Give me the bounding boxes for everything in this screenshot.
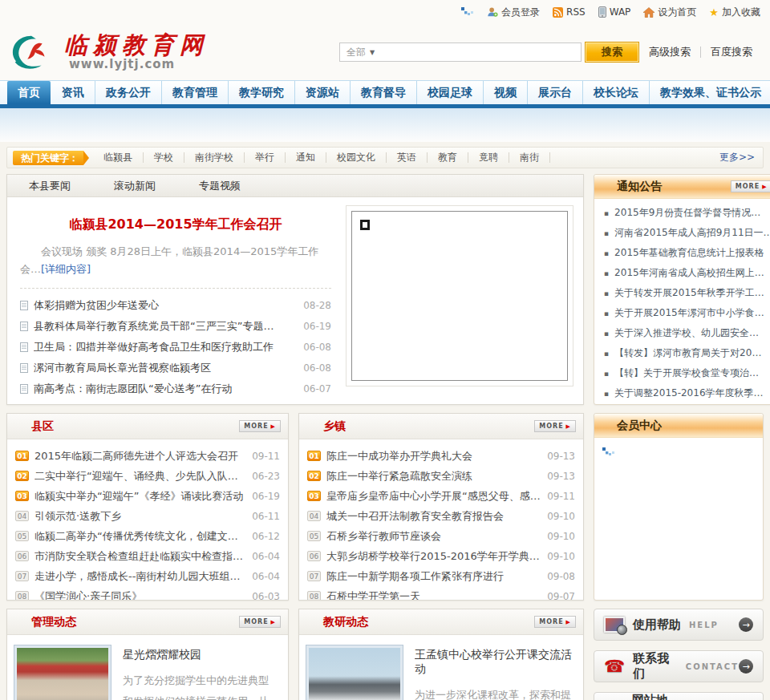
nav-item-principal-forum[interactable]: 校长论坛 [583,81,650,104]
wap-icon [598,6,606,18]
research-photo[interactable] [306,645,403,700]
nav-item-teaching-research[interactable]: 教学研究 [229,81,295,104]
notice-link[interactable]: 关于开展2015年漯河市中小学食… [614,306,764,320]
research-more-button[interactable]: MORE▶ [534,616,576,628]
add-favorite-link[interactable]: ★ 加入收藏 [709,6,760,19]
article-title[interactable]: 王孟镇中心校举行公开课交流活动 [415,648,573,677]
search-scope-select[interactable]: 全部 ▼ [340,46,381,59]
notice-item: ▪关于开展2015年漯河市中小学食… [604,303,770,323]
nav-item-gov-affairs[interactable]: 政务公开 [95,81,162,104]
county-link[interactable]: 临颍实中举办“迎端午”《孝经》诵读比赛活动 [34,489,246,504]
keyword-link[interactable]: 英语 [387,152,428,163]
nav-item-showcase[interactable]: 展示台 [528,81,583,104]
featured-image-placeholder[interactable] [351,211,568,381]
county-more-button[interactable]: MORE▶ [239,420,281,432]
notice-link[interactable]: 河南省2015年成人高招9月11日一… [614,226,770,240]
member-login-link[interactable]: 会员登录 [487,6,540,19]
notice-link[interactable]: 【转】关于开展学校食堂专项治… [614,366,759,380]
notice-more-button[interactable]: MORE▶ [731,180,770,192]
county-link[interactable]: 引领示范·送教下乡 [34,509,246,524]
notice-link[interactable]: 2015年9月份责任督学督导情况… [614,206,760,220]
news-date: 06-07 [303,383,331,395]
county-link[interactable]: 市消防安全联合检查组赶赴临颍实中检查指导工作 [34,549,246,564]
keyword-link[interactable]: 竟聘 [468,152,509,163]
rank-badge: 02 [15,471,29,481]
township-link[interactable]: 陈庄一中成功举办开学典礼大会 [326,449,541,463]
nav-item-certificates[interactable]: 教学效果、证书公示 [650,81,770,104]
keyword-link[interactable]: 南街 [509,152,550,163]
county-link[interactable]: 二实中举行“迎端午、诵经典、少先队入队仪式”… [34,469,246,484]
tab-county-news[interactable]: 本县要闻 [7,175,92,196]
tab-topic-video[interactable]: 专题视频 [177,175,262,196]
keyword-link[interactable]: 通知 [286,152,326,163]
news-link[interactable]: 漯河市教育局局长章光普视察临颍考区 [34,361,298,375]
notice-link[interactable]: 关于深入推进学校、幼儿园安全… [614,326,759,340]
county-link[interactable]: 走进小学，感悟成长--南街村幼儿园大班组参观小学 [34,569,246,584]
baidu-search-link[interactable]: 百度搜索 [701,45,762,59]
search-input[interactable] [381,44,581,60]
keyword-link[interactable]: 南街学校 [184,152,245,163]
more-label: MORE [244,423,268,430]
nav-item-supervision[interactable]: 教育督导 [351,81,417,104]
news-link[interactable]: 体彩捐赠为贫困少年送爱心 [34,298,298,313]
news-link[interactable]: 县教科体局举行教育系统党员干部“三严三实”专题… [34,319,298,334]
item-date: 06-04 [252,571,280,582]
featured-detail-link[interactable]: [详细内容] [41,263,91,275]
sitemap-button[interactable]: 网站地图 SITEMAP → [594,692,764,700]
county-link[interactable]: 临颍二高举办“传播优秀传统文化，创建文明礼仪… [34,529,246,544]
keyword-link[interactable]: 学校 [144,152,184,163]
township-header: 乡镇 MORE▶ [299,414,583,439]
notice-item: ▪关于转发开展2015年秋季开学工… [604,283,770,303]
nav-item-news[interactable]: 资讯 [51,81,95,104]
keyword-link[interactable]: 举行 [245,152,286,163]
notice-link[interactable]: 2015年河南省成人高校招生网上… [614,266,764,280]
nav-item-resources[interactable]: 资源站 [295,81,351,104]
rss-icon [553,7,563,18]
county-link[interactable]: 2015年临颍二高师德先进个人评选大会召开 [34,449,246,463]
search-button[interactable]: 搜索 [585,42,639,63]
nav-item-home[interactable]: 首页 [7,81,51,104]
township-link[interactable]: 石桥乡举行教师节座谈会 [326,529,541,544]
site-logo[interactable]: 临颍教育网 www.lyjtj.com [8,30,209,74]
rank-badge: 03 [15,491,29,501]
set-homepage-link[interactable]: 设为首页 [643,6,696,19]
notice-link[interactable]: 2015年基础教育信息统计上报表格 [614,246,764,260]
featured-title[interactable]: 临颍县2014—2015学年工作会召开 [20,216,331,233]
management-photo[interactable] [14,645,111,700]
member-center-title: 会员中心 [617,419,662,433]
quick-links: 使用帮助 HELP → ☎ 联系我们 CONTACT → 网站地图 SITEMA… [594,609,764,700]
nav-item-campus-football[interactable]: 校园足球 [417,81,484,104]
township-link[interactable]: 皇帝庙乡皇帝庙中心小学开展“感恩父母、感恩老… [326,489,541,504]
tab-rolling-news[interactable]: 滚动新闻 [92,175,177,196]
wap-link[interactable]: WAP [598,6,631,18]
site-url: www.lyjtj.com [69,57,209,71]
keyword-link[interactable]: 教育 [428,152,468,163]
township-link[interactable]: 陈庄一中新学期各项工作紧张有序进行 [326,569,541,584]
rank-badge: 04 [15,511,29,521]
contact-button[interactable]: ☎ 联系我们 CONTACT → [594,650,764,682]
notice-item: ▪关于调整2015-2016学年度秋季… [604,383,770,403]
keyword-link[interactable]: 校园文化 [326,152,387,163]
news-link[interactable]: 卫生局：四措并举做好高考食品卫生和医疗救助工作 [34,340,298,354]
item-date: 09-10 [547,511,575,522]
help-label: 使用帮助 [633,617,681,633]
township-link[interactable]: 城关一中召开法制教育安全教育报告会 [326,509,541,524]
nav-item-video[interactable]: 视频 [484,81,528,104]
nav-item-edu-management[interactable]: 教育管理 [162,81,229,104]
notice-link[interactable]: 关于调整2015-2016学年度秋季… [614,386,763,400]
notice-link[interactable]: 关于转发开展2015年秋季开学工… [614,286,764,300]
rss-link[interactable]: RSS [553,6,586,18]
township-link[interactable]: 大郭乡胡桥学校举行2015-2016学年开学典礼暨安… [326,549,541,564]
advanced-search-link[interactable]: 高级搜索 [639,45,700,59]
help-button[interactable]: 使用帮助 HELP → [594,609,764,641]
news-link[interactable]: 南高考点：南街志愿团队“爱心送考”在行动 [34,382,298,396]
article-title[interactable]: 星光熠熠耀校园 [123,648,278,662]
township-more-button[interactable]: MORE▶ [534,420,576,432]
township-link[interactable]: 陈庄一中举行紧急疏散安全演练 [326,469,541,484]
keywords-more-link[interactable]: 更多>> [719,151,755,164]
notice-link[interactable]: 【转发】漯河市教育局关于对20… [614,346,761,360]
township-link[interactable]: 石桥中学开学第一天 [326,589,541,601]
county-link[interactable]: 《国学润心·亲子同乐》 [34,589,246,601]
management-more-button[interactable]: MORE▶ [239,616,281,628]
keyword-link[interactable]: 临颍县 [93,152,144,163]
